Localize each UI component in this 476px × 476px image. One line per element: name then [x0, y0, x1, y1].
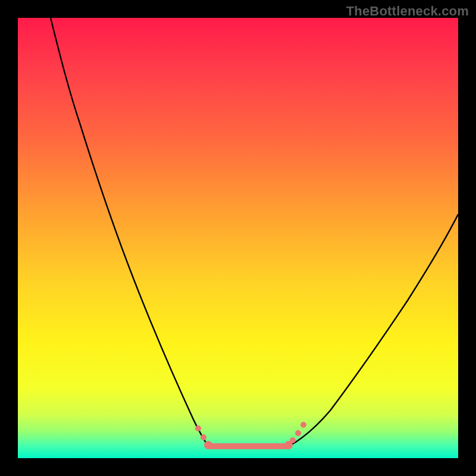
chart-canvas: TheBottleneck.com [0, 0, 476, 476]
right-dot-2 [290, 437, 296, 443]
plot-area [18, 18, 458, 458]
watermark-text: TheBottleneck.com [346, 4, 469, 19]
left-curve [51, 18, 208, 446]
curve-layer [18, 18, 458, 458]
right-dot-3 [295, 430, 301, 436]
left-dot-1 [195, 425, 201, 431]
left-dot-3 [204, 441, 212, 449]
right-curve [289, 214, 458, 446]
right-dot-4 [300, 422, 306, 428]
left-dot-2 [201, 434, 206, 440]
